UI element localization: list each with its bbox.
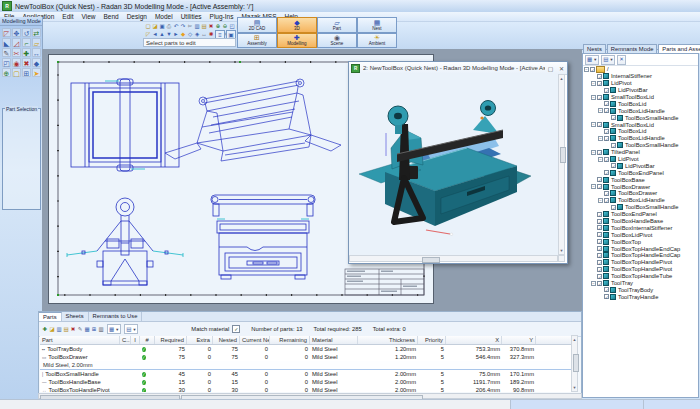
checkbox[interactable]: ✓ bbox=[604, 191, 609, 196]
undo-icon[interactable]: ↶ bbox=[173, 23, 179, 30]
grid-view-icon[interactable]: ⊞ bbox=[91, 326, 97, 333]
move-icon[interactable]: ✥ bbox=[12, 28, 21, 37]
checkbox[interactable]: ✓ bbox=[604, 294, 609, 299]
column-header-priority[interactable]: Priority bbox=[418, 336, 446, 344]
close-button[interactable]: ✕ bbox=[556, 65, 567, 72]
view-iso-icon[interactable]: ◆ bbox=[180, 31, 186, 38]
checkbox[interactable]: ✓ bbox=[597, 212, 602, 217]
checkbox[interactable]: ✓ bbox=[604, 170, 609, 175]
checkbox[interactable]: ✓ bbox=[604, 101, 609, 106]
tree-item-toolboxtophandlepivot[interactable]: ✓ToolBoxTopHandlePivot bbox=[583, 266, 698, 273]
measure-icon[interactable]: ↔ bbox=[32, 48, 41, 57]
checkbox[interactable]: ✓ bbox=[597, 177, 602, 182]
zoom-in-icon[interactable]: ⊕ bbox=[215, 23, 221, 30]
checkbox[interactable]: ✓ bbox=[597, 219, 602, 224]
paste-part-icon[interactable]: ▤ bbox=[63, 326, 69, 333]
new-icon[interactable]: ▢ bbox=[145, 23, 151, 30]
table-row[interactable]: ↔ToolBoxTopHandlePivot✓3003000Mild Steel… bbox=[40, 386, 574, 392]
table-row[interactable]: ▪▪ToolTrayBody✓7507500Mild Steel1.20mm57… bbox=[40, 345, 574, 353]
table-row[interactable]: |ToolBoxSmallHandle✓4504500Mild Steel2.0… bbox=[40, 370, 574, 378]
maximize-button[interactable]: ▢ bbox=[545, 65, 556, 72]
scroll-down-icon[interactable]: ▼ bbox=[572, 385, 577, 390]
checkbox[interactable]: ✓ bbox=[597, 81, 602, 86]
column-header-current-nest[interactable]: Current Nest bbox=[240, 336, 270, 344]
tree-item-toolboxbase[interactable]: ✓ToolBoxBase bbox=[583, 176, 698, 183]
tree-item-toolboxdrawer[interactable]: ✓ToolBoxDrawer bbox=[583, 190, 698, 197]
column-header-nested[interactable]: Nested bbox=[213, 336, 240, 344]
pan-right-icon[interactable]: ► bbox=[173, 31, 179, 38]
match-material-checkbox[interactable]: ✓ bbox=[232, 325, 240, 333]
save-icon[interactable]: ▣ bbox=[159, 23, 165, 30]
checkbox[interactable]: ✓ bbox=[597, 74, 602, 79]
weld-icon[interactable]: ✚ bbox=[22, 48, 31, 57]
copy-icon[interactable]: ▥ bbox=[194, 23, 200, 30]
copy-part-icon[interactable]: ▥ bbox=[56, 326, 62, 333]
settings-icon[interactable]: ✱ bbox=[208, 31, 214, 38]
collapse-icon[interactable]: − bbox=[591, 95, 596, 100]
checkbox[interactable]: ✓ bbox=[604, 198, 609, 203]
tab-remnants-to-use[interactable]: Remnants to Use bbox=[89, 312, 143, 321]
tree-filter-button[interactable]: ▤▼ bbox=[601, 55, 615, 65]
punch-icon[interactable]: ◉ bbox=[12, 58, 21, 67]
collapse-icon[interactable]: − bbox=[598, 157, 603, 162]
select-icon[interactable]: ◸ bbox=[145, 31, 151, 38]
pan-left-icon[interactable]: ◄ bbox=[152, 31, 158, 38]
tab-parts-and-assemblies[interactable]: Parts and Assemblies bbox=[658, 44, 700, 53]
tree-item-toolboxtop[interactable]: ✓ToolBoxTop bbox=[583, 238, 698, 245]
column-header-remaining[interactable]: Remaining bbox=[270, 336, 310, 344]
bend-icon[interactable]: ⌐ bbox=[22, 38, 31, 47]
checkbox[interactable]: ✓ bbox=[597, 246, 602, 251]
column-header-c-[interactable]: C... bbox=[120, 336, 131, 344]
tree-delete-button[interactable]: ✕ bbox=[617, 55, 626, 65]
tree-item-toolboxsmallhandle[interactable]: ✓ToolBoxSmallHandle bbox=[583, 142, 698, 149]
float-window[interactable]: R 2: NewToolBox (Quick Nest) - Radan 3D … bbox=[348, 61, 568, 264]
tree-item-toolboxtophandlepivot[interactable]: ✓ToolBoxTopHandlePivot bbox=[583, 259, 698, 266]
sketch-icon[interactable]: ✎ bbox=[2, 48, 11, 57]
mode-scene-button[interactable]: ◉Scene bbox=[317, 33, 357, 49]
float-vertical-scrollbar[interactable]: ▲ ▼ bbox=[558, 74, 565, 255]
tree-item-toolboxlidhandle[interactable]: −✓ToolBoxLidHandle bbox=[583, 107, 698, 114]
measure-icon[interactable]: ↔ bbox=[201, 31, 207, 38]
tree-item-toolboxtophandletube[interactable]: ✓ToolBoxTopHandleTube bbox=[583, 273, 698, 280]
checkbox[interactable]: ✓ bbox=[597, 150, 602, 155]
open-part-icon[interactable]: ◪ bbox=[49, 326, 55, 333]
tree-item-toolboxdrawer[interactable]: −✓ToolBoxDrawer bbox=[583, 183, 698, 190]
tree-item-tooltray[interactable]: −✓ToolTray bbox=[583, 280, 698, 287]
column-header-x[interactable]: X bbox=[446, 336, 502, 344]
select-part-icon[interactable]: ◸ bbox=[2, 28, 11, 37]
mirror-icon[interactable]: ⇄ bbox=[32, 28, 41, 37]
table-row[interactable]: ▭ToolBoxDrawer✓7507500Mild Steel1.20mm55… bbox=[40, 353, 574, 361]
menu-view[interactable]: View bbox=[78, 13, 100, 20]
tree-item-toolboxlidhandle[interactable]: −✓ToolBoxLidHandle bbox=[583, 197, 698, 204]
column-header-part[interactable]: Part bbox=[40, 336, 120, 344]
paste-icon[interactable]: ▤ bbox=[201, 23, 207, 30]
mode-assembly-button[interactable]: ⊞Assembly bbox=[237, 33, 277, 49]
view-3d-icon[interactable]: ◆ bbox=[32, 58, 41, 67]
part-new-icon[interactable]: ▢ bbox=[12, 68, 21, 77]
column-header-i[interactable]: I bbox=[131, 336, 140, 344]
flatten-icon[interactable]: ▱ bbox=[32, 38, 41, 47]
checkbox[interactable]: ✓ bbox=[597, 267, 602, 272]
tree-item-toolboxinternalstiffener[interactable]: ✓ToolBoxInternalStiffener bbox=[583, 224, 698, 231]
column-header-#[interactable]: # bbox=[140, 336, 155, 344]
tree-item-toolboxhandlebase[interactable]: ✓ToolBoxHandleBase bbox=[583, 218, 698, 225]
collapse-icon[interactable]: − bbox=[598, 108, 603, 113]
nest-part-icon[interactable]: ▦ bbox=[84, 326, 90, 333]
collapse-icon[interactable]: − bbox=[584, 67, 589, 72]
tree-item-toolboxsmallhandle[interactable]: ✓ToolBoxSmallHandle bbox=[583, 114, 698, 121]
zoom-icon[interactable]: ⊕ bbox=[2, 68, 11, 77]
tree-item-toolboxlid[interactable]: ✓ToolBoxLid bbox=[583, 128, 698, 135]
mode-modelling-button[interactable]: ✚Modelling bbox=[277, 33, 317, 49]
open-icon[interactable]: ◪ bbox=[152, 23, 158, 30]
checkbox[interactable]: ✓ bbox=[597, 232, 602, 237]
menu-edit[interactable]: Edit bbox=[58, 13, 77, 20]
menu-plug-ins[interactable]: Plug-Ins bbox=[206, 13, 238, 20]
table-row[interactable]: —ToolBoxHandleBase✓1501500Mild Steel2.00… bbox=[40, 378, 574, 386]
float-window-viewport[interactable]: ▲ ▼ bbox=[349, 74, 565, 262]
tree-item-tooltrayhandle[interactable]: ✓ToolTrayHandle bbox=[583, 293, 698, 300]
tree-item-lidpivotbar[interactable]: ✓LidPivotBar bbox=[583, 162, 698, 169]
checkbox[interactable]: ✓ bbox=[597, 274, 602, 279]
mode-3d-button[interactable]: ◆3D bbox=[277, 17, 317, 33]
checkbox[interactable]: ✓ bbox=[604, 108, 609, 113]
checkbox[interactable]: ✓ bbox=[590, 67, 595, 72]
